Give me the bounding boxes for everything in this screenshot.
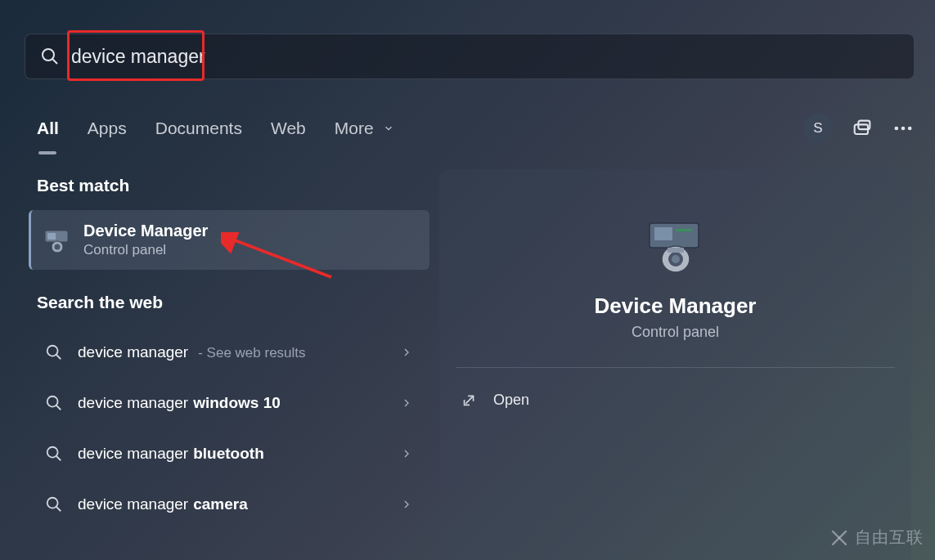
- tab-apps[interactable]: Apps: [88, 119, 127, 138]
- svg-line-16: [56, 456, 61, 461]
- best-match-heading: Best match: [29, 176, 429, 195]
- more-options-icon[interactable]: [892, 117, 915, 140]
- search-web-heading: Search the web: [29, 293, 429, 312]
- preview-panel: Device Manager Control panel Open: [439, 169, 911, 560]
- divider: [456, 367, 895, 368]
- search-icon: [40, 47, 60, 66]
- web-results-section: Search the web device manager - See web …: [29, 293, 429, 530]
- search-icon: [45, 343, 63, 361]
- svg-point-17: [47, 498, 58, 508]
- svg-line-12: [56, 355, 61, 360]
- svg-line-1: [52, 59, 57, 64]
- preview-subtitle: Control panel: [632, 324, 719, 341]
- svg-rect-21: [654, 227, 672, 240]
- svg-point-0: [43, 49, 54, 60]
- web-result[interactable]: device manager camera: [29, 479, 429, 530]
- header-actions: S: [803, 114, 915, 143]
- svg-point-11: [47, 346, 58, 356]
- web-result-text: device manager windows 10: [78, 394, 400, 412]
- svg-point-25: [672, 255, 680, 263]
- svg-point-5: [901, 127, 906, 131]
- tab-web[interactable]: Web: [271, 119, 306, 138]
- search-icon: [45, 394, 63, 412]
- web-result-text: device manager - See web results: [78, 343, 400, 361]
- svg-line-14: [56, 405, 61, 410]
- open-external-icon: [461, 391, 479, 409]
- filter-tabs-row: All Apps Documents Web More S: [37, 108, 915, 149]
- web-result[interactable]: device manager - See web results: [29, 327, 429, 378]
- svg-rect-8: [47, 233, 56, 240]
- svg-rect-26: [668, 248, 684, 253]
- chevron-right-icon: [400, 346, 413, 359]
- svg-line-18: [56, 507, 61, 512]
- chat-icon[interactable]: [851, 117, 874, 140]
- chevron-right-icon: [400, 498, 413, 511]
- svg-point-6: [908, 127, 912, 131]
- web-result-text: device manager camera: [78, 495, 400, 513]
- svg-point-4: [895, 127, 899, 131]
- open-label: Open: [493, 392, 529, 409]
- filter-tabs: All Apps Documents Web More: [37, 119, 394, 138]
- tab-more[interactable]: More: [335, 119, 395, 138]
- preview-actions: Open: [456, 376, 895, 423]
- best-match-subtitle: Control panel: [83, 242, 208, 258]
- web-result-text: device manager bluetooth: [78, 445, 400, 463]
- results-column: Best match Device Manager Control panel …: [29, 176, 429, 560]
- device-manager-icon-large: [643, 218, 708, 276]
- search-icon: [45, 445, 63, 463]
- search-icon: [45, 495, 63, 513]
- search-bar[interactable]: [25, 34, 915, 79]
- open-action[interactable]: Open: [456, 376, 895, 423]
- chevron-right-icon: [400, 447, 413, 460]
- web-result[interactable]: device manager bluetooth: [29, 428, 429, 479]
- chevron-right-icon: [400, 396, 413, 410]
- svg-point-15: [47, 447, 58, 458]
- svg-point-13: [47, 396, 58, 407]
- preview-title: Device Manager: [595, 293, 757, 319]
- svg-rect-22: [676, 229, 692, 231]
- svg-point-10: [55, 244, 61, 249]
- web-result[interactable]: device manager windows 10: [29, 378, 429, 428]
- tab-documents[interactable]: Documents: [155, 119, 242, 138]
- user-avatar[interactable]: S: [803, 114, 833, 143]
- tab-more-label: More: [335, 119, 374, 137]
- chevron-down-icon: [383, 123, 394, 134]
- tab-all[interactable]: All: [37, 119, 59, 138]
- best-match-title: Device Manager: [83, 222, 208, 240]
- device-manager-icon: [43, 226, 72, 255]
- best-match-text: Device Manager Control panel: [83, 222, 208, 258]
- search-input[interactable]: [71, 46, 899, 68]
- best-match-result[interactable]: Device Manager Control panel: [29, 210, 429, 270]
